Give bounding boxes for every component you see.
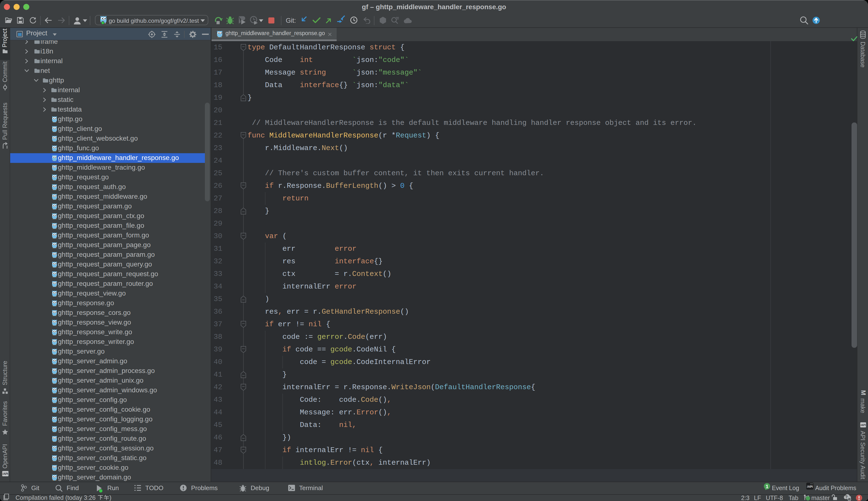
svg-text:/API: /API [807,485,813,488]
svg-text:1: 1 [765,483,768,489]
svg-text:?: ? [845,495,848,499]
svg-text:/API: /API [2,472,8,476]
svg-text:/API: /API [860,424,866,426]
